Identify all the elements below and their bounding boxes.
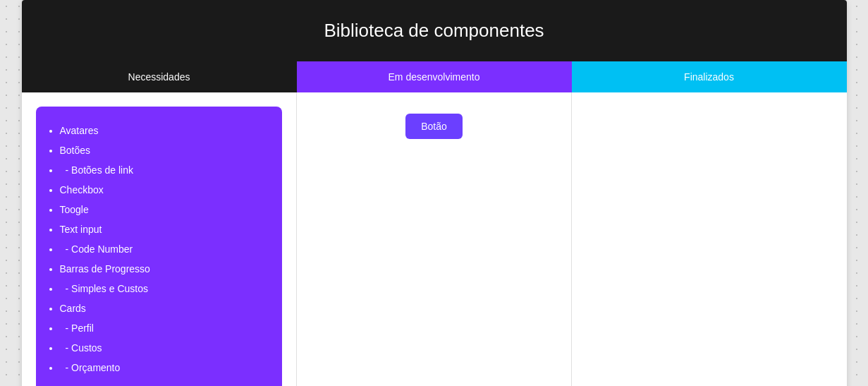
right-column xyxy=(572,92,846,386)
list-item-perfil: - Perfil xyxy=(60,318,268,338)
list-item-barras-progresso: Barras de Progresso xyxy=(60,259,268,279)
middle-column: Botão xyxy=(297,92,572,386)
list-item-avatares: Avatares xyxy=(60,121,268,140)
list-item-code-number: - Code Number xyxy=(60,239,268,259)
list-item-botoes: Botões xyxy=(60,140,268,160)
list-item-orcamento: - Orçamento xyxy=(60,358,268,378)
list-item-simples-custos: - Simples e Custos xyxy=(60,279,268,298)
app-container: Biblioteca de componentes Necessidades E… xyxy=(22,0,847,386)
botao-button[interactable]: Botão xyxy=(405,114,463,139)
tabs-bar: Necessidades Em desenvolvimento Finaliza… xyxy=(22,61,847,92)
header: Biblioteca de componentes xyxy=(22,0,847,61)
list-item-checkbox: Checkbox xyxy=(60,180,268,200)
list-item-cards: Cards xyxy=(60,298,268,318)
list-item-toogle: Toogle xyxy=(60,200,268,219)
sidebar-list: Avatares Botões - Botões de link Checkbo… xyxy=(36,107,282,386)
tab-necessidades[interactable]: Necessidades xyxy=(22,61,297,92)
list-item-custos: - Custos xyxy=(60,338,268,358)
page-title: Biblioteca de componentes xyxy=(324,20,544,41)
tab-em-desenvolvimento[interactable]: Em desenvolvimento xyxy=(297,61,572,92)
tab-finalizados[interactable]: Finalizados xyxy=(572,61,847,92)
list-item-text-input: Text input xyxy=(60,219,268,239)
columns-container: Avatares Botões - Botões de link Checkbo… xyxy=(22,92,847,386)
left-column: Avatares Botões - Botões de link Checkbo… xyxy=(22,92,297,386)
list-item-botoes-link: - Botões de link xyxy=(60,160,268,180)
